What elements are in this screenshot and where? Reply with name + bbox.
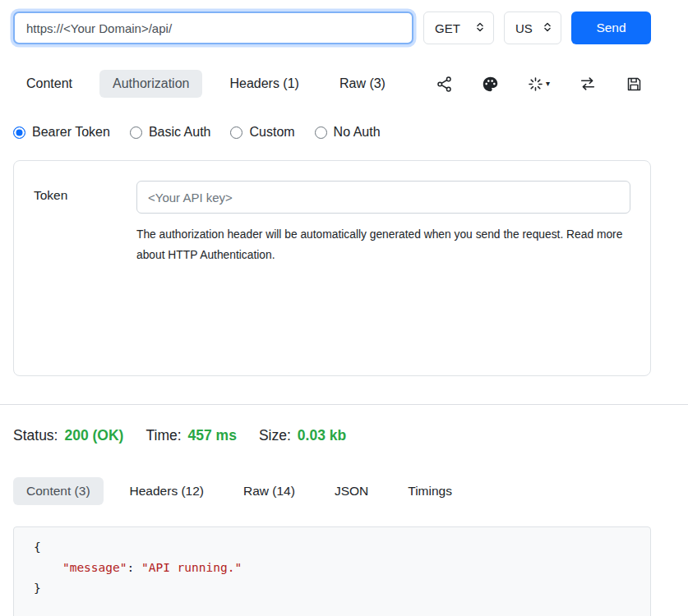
code-brace: } (34, 582, 41, 595)
radio-unchecked-icon (230, 126, 242, 139)
radio-unchecked-icon (315, 126, 327, 139)
status-value: 200 (OK) (64, 427, 123, 444)
method-select-value: GET (435, 21, 460, 35)
method-select[interactable]: GET (423, 11, 494, 44)
radio-label: Bearer Token (32, 125, 110, 140)
radio-label: No Auth (334, 125, 381, 140)
palette-icon[interactable] (480, 74, 501, 94)
token-help-line-1: The authorization header will be automat… (136, 224, 630, 245)
response-body: { "message": "API running." } (13, 526, 651, 616)
code-value: "API running." (141, 561, 242, 574)
region-select[interactable]: US (504, 11, 561, 44)
tab-response-timings[interactable]: Timings (395, 477, 465, 505)
caret-down-icon: ▾ (546, 80, 550, 88)
url-input[interactable] (13, 11, 413, 44)
radio-no-auth[interactable]: No Auth (315, 125, 381, 140)
radio-label: Custom (249, 125, 294, 140)
token-row: Token The authorization header will be a… (34, 181, 630, 265)
radio-custom[interactable]: Custom (230, 125, 294, 140)
radio-unchecked-icon (130, 126, 142, 139)
token-label: Token (34, 181, 136, 265)
tab-response-content[interactable]: Content (3) (13, 477, 104, 505)
tab-headers[interactable]: Headers (1) (216, 70, 312, 98)
code-indent (34, 561, 62, 574)
size-label: Size: (259, 427, 291, 444)
token-help-line-2: about HTTP Authentication. (136, 245, 630, 265)
response-status-row: Status: 200 (OK) Time: 457 ms Size: 0.03… (13, 427, 651, 444)
radio-bearer-token[interactable]: Bearer Token (13, 125, 110, 140)
time-value: 457 ms (188, 427, 237, 444)
token-field-area: The authorization header will be automat… (136, 181, 630, 265)
api-client-panel: GET US Send Content Authorization Header… (13, 11, 651, 616)
radio-basic-auth[interactable]: Basic Auth (130, 125, 211, 140)
tab-response-headers[interactable]: Headers (12) (117, 477, 217, 505)
tab-response-raw[interactable]: Raw (14) (230, 477, 308, 505)
tab-response-json[interactable]: JSON (321, 477, 381, 505)
request-toolbar: ▾ (434, 73, 651, 94)
send-button[interactable]: Send (571, 11, 651, 44)
swap-arrows-icon[interactable] (577, 73, 598, 94)
save-icon[interactable] (624, 74, 644, 94)
size-value: 0.03 kb (298, 427, 346, 444)
auth-type-options: Bearer Token Basic Auth Custom No Auth (13, 125, 651, 140)
tab-content[interactable]: Content (13, 70, 85, 98)
request-tabs-row: Content Authorization Headers (1) Raw (3… (13, 70, 651, 98)
code-key: "message" (62, 561, 127, 574)
code-line: { (34, 537, 630, 558)
region-select-value: US (515, 21, 533, 35)
up-down-chevrons-icon (474, 21, 486, 35)
response-tabs: Content (3) Headers (12) Raw (14) JSON T… (13, 477, 651, 505)
radio-label: Basic Auth (149, 125, 211, 140)
tab-authorization[interactable]: Authorization (99, 70, 202, 98)
code-colon: : (127, 561, 141, 574)
status-label: Status: (13, 427, 58, 444)
tab-raw[interactable]: Raw (3) (326, 70, 399, 98)
time-label: Time: (145, 427, 181, 444)
token-help-text: The authorization header will be automat… (136, 224, 630, 265)
code-brace: { (34, 540, 41, 554)
radio-checked-icon (13, 126, 25, 139)
authorization-panel: Token The authorization header will be a… (13, 160, 651, 376)
share-nodes-icon[interactable] (434, 74, 455, 94)
request-tabs: Content Authorization Headers (1) Raw (3… (13, 70, 399, 98)
code-line: } (34, 578, 630, 599)
request-bar: GET US Send (13, 11, 651, 44)
token-input[interactable] (136, 181, 630, 214)
up-down-chevrons-icon (542, 21, 553, 35)
section-divider (0, 404, 688, 405)
effects-dropdown-icon[interactable]: ▾ (526, 75, 552, 94)
code-line: "message": "API running." (34, 558, 630, 578)
